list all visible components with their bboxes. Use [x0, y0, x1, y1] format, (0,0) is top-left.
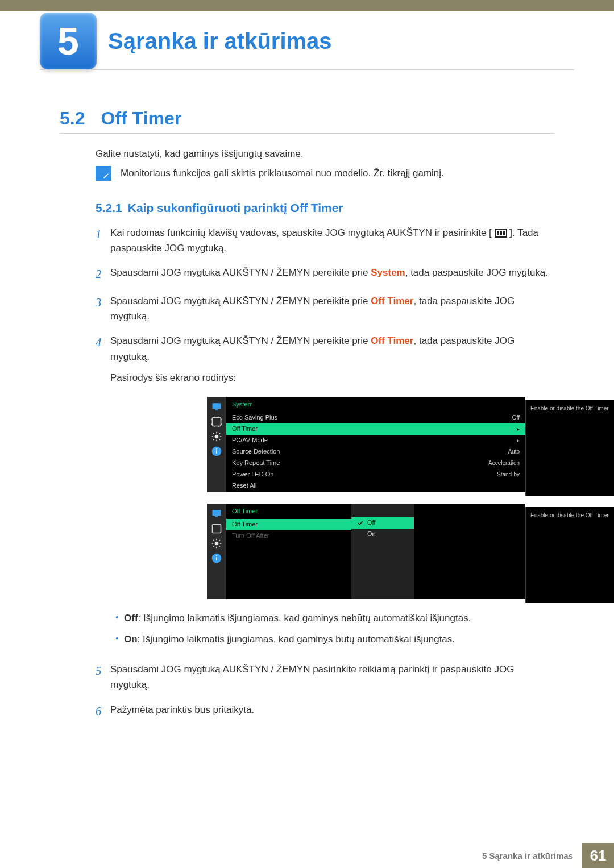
step-number: 6	[96, 702, 110, 721]
osd-title: System	[226, 397, 525, 412]
osd-row-value: ▸	[517, 425, 520, 434]
osd-row-value: Auto	[508, 447, 520, 456]
monitor-icon	[211, 508, 222, 520]
step-3: 3 Spausdami JOG mygtuką AUKŠTYN / ŽEMYN …	[96, 293, 554, 324]
note-icon	[96, 166, 111, 181]
osd-row-label: PC/AV Mode	[232, 435, 268, 446]
chapter-title: Sąranka ir atkūrimas	[108, 28, 332, 54]
gear-icon	[211, 538, 222, 549]
osd-row-value: Off	[512, 413, 520, 422]
step-number: 2	[96, 265, 110, 284]
step-number: 1	[96, 225, 110, 256]
svg-rect-7	[213, 510, 221, 516]
osd-tooltip: Enable or disable the Off Timer.	[525, 507, 614, 603]
bullet-on-label: On	[124, 634, 138, 645]
frame-icon	[211, 523, 222, 534]
page-number: 61	[582, 843, 614, 868]
osd-title: Off Timer	[226, 504, 351, 519]
osd-row[interactable]: PC/AV Mode▸	[226, 435, 525, 446]
steps-list: 1 Kai rodomas funkcinių klavišų vadovas,…	[96, 225, 554, 730]
section-underline	[60, 133, 554, 134]
osd-option[interactable]: Off	[351, 517, 414, 529]
intro-text: Galite nustatyti, kad gaminys išsijungtų…	[96, 147, 554, 161]
svg-point-10	[215, 542, 219, 546]
osd-option-label: Off	[367, 518, 375, 528]
top-accent-bar	[0, 0, 614, 11]
osd-row-label: Off Timer	[232, 424, 258, 434]
step-3-highlight: Off Timer	[371, 296, 413, 306]
step-2-text-a: Spausdami JOG mygtuką AUKŠTYN / ŽEMYN pe…	[110, 267, 371, 278]
svg-rect-13	[216, 555, 217, 556]
section-number: 5.2	[60, 108, 85, 128]
osd-option-column: OffOn	[351, 504, 414, 599]
osd-sidebar	[207, 397, 226, 492]
svg-rect-5	[216, 450, 217, 454]
svg-rect-1	[215, 409, 218, 410]
info-icon	[211, 553, 222, 564]
osd-row[interactable]: Turn Off After	[226, 530, 351, 542]
chapter-number: 5	[57, 19, 79, 63]
osd-tooltip: Enable or disable the Off Timer.	[525, 400, 614, 496]
note-row: Monitoriaus funkcijos gali skirtis prikl…	[96, 166, 554, 181]
svg-rect-0	[213, 403, 221, 409]
step-number: 4	[96, 333, 110, 653]
step-1-text-a: Kai rodomas funkcinių klavišų vadovas, s…	[110, 227, 492, 238]
option-bullets: ● Off: Išjungimo laikmatis išjungiamas, …	[110, 610, 554, 647]
osd-option[interactable]: On	[351, 529, 414, 540]
bullet-dot-icon: ●	[110, 632, 124, 647]
footer-text: 5 Sąranka ir atkūrimas	[473, 843, 582, 868]
osd-system: System Eco Saving PlusOffOff Timer▸PC/AV…	[207, 397, 525, 492]
step-4: 4 Spausdami JOG mygtuką AUKŠTYN / ŽEMYN …	[96, 333, 554, 653]
subsection-number: 5.2.1	[96, 201, 122, 214]
chapter-header: 5 Sąranka ir atkūrimas	[40, 13, 574, 69]
svg-rect-8	[215, 516, 218, 517]
monitor-icon	[211, 401, 222, 413]
svg-rect-9	[213, 524, 221, 533]
bullet-dot-icon: ●	[110, 610, 124, 626]
osd-row[interactable]: Power LED OnStand-by	[226, 469, 525, 480]
step-number: 3	[96, 293, 110, 324]
osd-row-label: Turn Off After	[232, 531, 269, 541]
bullet-on: ● On: Išjungimo laikmatis įjungiamas, ka…	[110, 632, 554, 647]
bullet-off-text: : Išjungimo laikmatis išjungiamas, kad g…	[138, 613, 471, 624]
step-5: 5 Spausdami JOG mygtuką AUKŠTYN / ŽEMYN …	[96, 662, 554, 692]
subsection-title: Kaip sukonfigūruoti parinktį Off Timer	[128, 201, 343, 214]
bullet-on-text: : Išjungimo laikmatis įjungiamas, kad ga…	[138, 634, 455, 645]
osd-row[interactable]: Reset All	[226, 480, 525, 492]
osd-row-value: Acceleration	[488, 459, 520, 468]
section-title: Off Timer	[101, 108, 181, 128]
osd-row[interactable]: Key Repeat TimeAcceleration	[226, 458, 525, 469]
osd-row-label: Reset All	[232, 481, 256, 491]
step-number: 5	[96, 662, 110, 692]
osd-row-label: Power LED On	[232, 470, 273, 480]
svg-point-3	[215, 435, 219, 439]
osd-row-label: Key Repeat Time	[232, 458, 280, 468]
osd-off-timer: Off Timer Off TimerTurn Off After OffOn …	[207, 504, 525, 599]
osd-row-value: Stand-by	[497, 470, 520, 479]
chapter-badge: 5	[40, 13, 97, 69]
osd-row[interactable]: Eco Saving PlusOff	[226, 412, 525, 423]
page-footer: 5 Sąranka ir atkūrimas 61	[0, 843, 614, 868]
osd-option-label: On	[367, 529, 376, 539]
note-text: Monitoriaus funkcijos gali skirtis prikl…	[121, 166, 444, 181]
step-4-text-a: Spausdami JOG mygtuką AUKŠTYN / ŽEMYN pe…	[110, 335, 371, 346]
osd-row[interactable]: Source DetectionAuto	[226, 446, 525, 458]
bullet-off: ● Off: Išjungimo laikmatis išjungiamas, …	[110, 610, 554, 626]
svg-rect-2	[213, 417, 221, 426]
svg-rect-6	[216, 448, 217, 450]
osd-row[interactable]: Off Timer	[226, 519, 351, 530]
step-3-text-a: Spausdami JOG mygtuką AUKŠTYN / ŽEMYN pe…	[110, 296, 371, 306]
osd-sidebar	[207, 504, 226, 599]
frame-icon	[211, 416, 222, 427]
step-2-highlight: System	[371, 267, 405, 278]
info-icon	[211, 446, 222, 457]
step-4-highlight: Off Timer	[371, 335, 413, 346]
step-6: 6 Pažymėta parinktis bus pritaikyta.	[96, 702, 554, 721]
osd-menu: System Eco Saving PlusOffOff Timer▸PC/AV…	[226, 397, 525, 492]
section-heading: 5.2Off Timer	[60, 108, 181, 129]
osd-row[interactable]: Off Timer▸	[226, 423, 525, 435]
page: 5 Sąranka ir atkūrimas 5.2Off Timer Gali…	[0, 0, 614, 868]
svg-rect-12	[216, 557, 217, 560]
osd-row-value: ▸	[517, 436, 520, 445]
step-5-text: Spausdami JOG mygtuką AUKŠTYN / ŽEMYN pa…	[110, 662, 554, 692]
